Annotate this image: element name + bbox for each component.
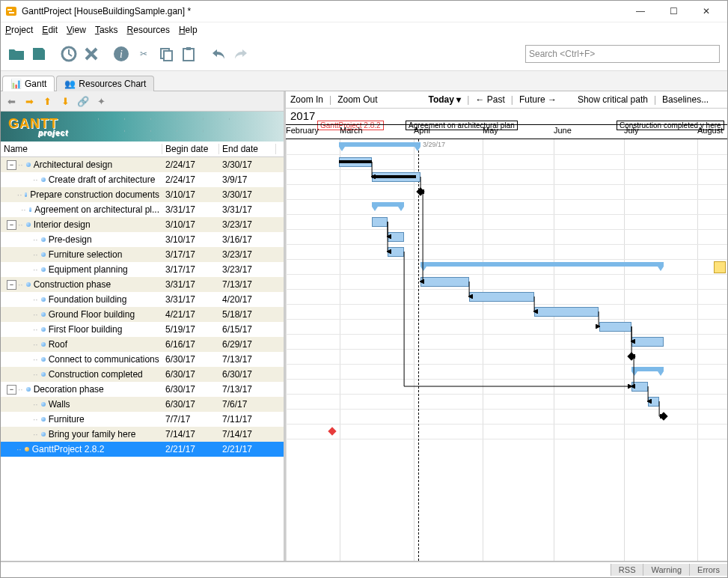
undo-icon[interactable] xyxy=(210,46,227,62)
summary-bar[interactable] xyxy=(420,262,664,267)
task-end: 3/31/17 xyxy=(219,204,276,215)
nav-back-icon[interactable]: ⬅ xyxy=(5,95,17,107)
task-row[interactable]: ··Foundation building3/31/174/20/17 xyxy=(1,292,284,307)
task-bullet-icon xyxy=(41,312,46,317)
task-bar[interactable] xyxy=(420,277,469,287)
today-link[interactable]: Today ▾ xyxy=(429,94,462,105)
task-row[interactable]: ··Create draft of architecture2/24/173/9… xyxy=(1,172,284,187)
menu-resources[interactable]: Resources xyxy=(127,25,170,35)
task-row[interactable]: ··Walls6/30/177/6/17 xyxy=(1,397,284,412)
baselines-link[interactable]: Baselines... xyxy=(662,94,709,105)
task-name: Ground Floor building xyxy=(49,309,135,320)
close-button[interactable]: ✕ xyxy=(690,1,723,22)
task-bullet-icon xyxy=(41,252,46,257)
task-row[interactable]: ··Ground Floor building4/21/175/18/17 xyxy=(1,307,284,322)
expand-toggle[interactable]: − xyxy=(7,385,16,395)
menu-project[interactable]: Project xyxy=(5,25,33,35)
status-warning[interactable]: Warning xyxy=(643,564,689,576)
task-row[interactable]: ··GanttProject 2.8.22/21/172/21/17 xyxy=(1,442,284,457)
redo-icon[interactable] xyxy=(233,46,249,62)
paste-icon[interactable] xyxy=(180,46,197,62)
move-up-icon[interactable]: ⬆ xyxy=(41,95,53,107)
month-label: April xyxy=(414,126,430,135)
task-bar[interactable] xyxy=(534,307,599,317)
task-end: 3/23/17 xyxy=(219,264,276,275)
task-bar[interactable] xyxy=(648,397,659,407)
summary-bar[interactable] xyxy=(339,142,420,147)
th-end[interactable]: End date xyxy=(219,144,276,154)
task-bullet-icon xyxy=(41,402,46,407)
task-row[interactable]: −··Interior design3/10/173/23/17 xyxy=(1,217,284,232)
move-down-icon[interactable]: ⬇ xyxy=(59,95,71,107)
task-bullet-icon xyxy=(41,417,46,422)
unlink-icon[interactable]: ✦ xyxy=(95,95,107,107)
open-icon[interactable] xyxy=(8,46,25,62)
task-row[interactable]: −··Decoration phase6/30/177/13/17 xyxy=(1,382,284,397)
task-bullet-icon xyxy=(41,432,46,436)
task-end: 3/23/17 xyxy=(219,219,276,230)
tab-resources[interactable]: 👥 Resources Chart xyxy=(56,76,154,91)
task-row[interactable]: −··Construction phase3/31/177/13/17 xyxy=(1,277,284,292)
th-begin[interactable]: Begin date xyxy=(162,144,219,154)
minimize-button[interactable]: — xyxy=(624,1,657,22)
maximize-button[interactable]: ☐ xyxy=(657,1,690,22)
task-end: 6/30/17 xyxy=(219,369,276,380)
task-row[interactable]: ··Roof6/16/176/29/17 xyxy=(1,337,284,352)
task-bar[interactable] xyxy=(388,247,404,257)
note-icon[interactable] xyxy=(714,261,726,273)
copy-icon[interactable] xyxy=(158,46,174,62)
menu-edit[interactable]: Edit xyxy=(42,25,58,35)
recent-icon[interactable] xyxy=(61,46,77,62)
menu-tasks[interactable]: Tasks xyxy=(95,25,118,35)
expand-toggle[interactable]: − xyxy=(7,220,16,230)
zoom-out-link[interactable]: Zoom Out xyxy=(337,94,377,105)
task-row[interactable]: ··Furniture7/7/177/11/17 xyxy=(1,412,284,427)
expand-toggle[interactable]: − xyxy=(7,160,16,170)
task-bar[interactable] xyxy=(631,337,664,347)
critical-path-link[interactable]: Show critical path xyxy=(578,94,648,105)
zoom-in-link[interactable]: Zoom In xyxy=(290,94,323,105)
task-row[interactable]: ··First Floor building5/19/176/15/17 xyxy=(1,322,284,337)
task-row[interactable]: ··Bring your family here7/14/177/14/17 xyxy=(1,427,284,442)
menu-view[interactable]: View xyxy=(67,25,86,35)
th-name[interactable]: Name xyxy=(1,144,162,154)
delete-icon[interactable] xyxy=(83,46,100,62)
task-row[interactable]: −··Architectural design2/24/173/30/17 xyxy=(1,157,284,172)
task-row[interactable]: ··Construction completed6/30/176/30/17 xyxy=(1,367,284,382)
task-end: 6/29/17 xyxy=(219,339,276,350)
logo-banner: GANTTproject xyxy=(1,112,284,142)
info-icon[interactable]: i xyxy=(113,46,129,62)
task-bar[interactable] xyxy=(372,217,388,227)
past-link[interactable]: ← Past xyxy=(475,94,504,105)
link-icon[interactable]: 🔗 xyxy=(77,95,89,107)
task-row[interactable]: ··Pre-design3/10/173/16/17 xyxy=(1,232,284,247)
search-input[interactable]: Search <Ctrl+F> xyxy=(525,45,720,63)
task-end: 7/6/17 xyxy=(219,399,276,410)
task-row[interactable]: ··Connect to communications6/30/177/13/1… xyxy=(1,352,284,367)
tab-gantt[interactable]: 📊 Gantt xyxy=(2,76,55,91)
task-begin: 6/30/17 xyxy=(162,399,219,410)
month-scale: FebruaryMarchAprilMayJuneJulyAugust xyxy=(286,124,727,139)
task-bar[interactable] xyxy=(631,382,648,392)
task-bar[interactable] xyxy=(469,292,534,302)
tab-gantt-label: Gantt xyxy=(25,79,46,89)
task-bar[interactable] xyxy=(388,232,404,242)
task-row[interactable]: ··Equipment planning3/17/173/23/17 xyxy=(1,262,284,277)
save-icon[interactable] xyxy=(31,46,47,62)
task-end: 3/30/17 xyxy=(219,159,276,170)
task-row[interactable]: ··Prepare construction documents3/10/173… xyxy=(1,187,284,202)
future-link[interactable]: Future → xyxy=(519,94,557,105)
gantt-canvas[interactable]: 3/29/17 xyxy=(286,139,727,561)
status-rss[interactable]: RSS xyxy=(611,564,643,576)
task-bar[interactable] xyxy=(599,322,631,332)
menu-help[interactable]: Help xyxy=(179,25,198,35)
task-row[interactable]: ··Furniture selection3/17/173/23/17 xyxy=(1,247,284,262)
expand-toggle[interactable]: − xyxy=(7,280,16,290)
status-errors[interactable]: Errors xyxy=(689,564,727,576)
task-table[interactable]: Name Begin date End date −··Architectura… xyxy=(1,142,284,561)
timeline-header: 2017 Agreement on architectural planCons… xyxy=(286,109,727,139)
cut-icon[interactable]: ✂ xyxy=(135,46,152,62)
task-row[interactable]: ··Agreement on architectural pl...3/31/1… xyxy=(1,202,284,217)
svg-rect-9 xyxy=(186,47,191,50)
nav-forward-icon[interactable]: ➡ xyxy=(23,95,35,107)
